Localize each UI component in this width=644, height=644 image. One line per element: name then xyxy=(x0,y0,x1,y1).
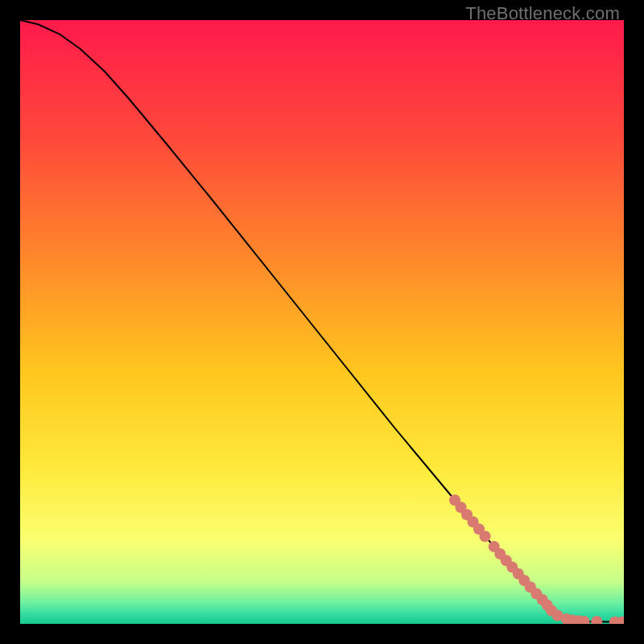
gradient-background xyxy=(20,20,624,624)
chart-svg xyxy=(20,20,624,624)
chart-frame: TheBottleneck.com xyxy=(0,0,644,644)
plot-area xyxy=(20,20,624,624)
highlight-dot xyxy=(480,530,491,542)
